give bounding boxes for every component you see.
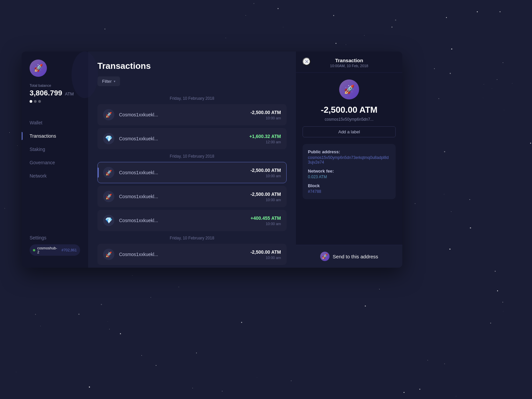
- page-title: Transactions: [97, 61, 287, 71]
- tx-time: 10:00 am: [250, 174, 281, 178]
- network-fee-row: Network fee: 0.023 ATM: [308, 169, 390, 179]
- network-badge[interactable]: cosmoshub-2 #702,861: [30, 244, 80, 256]
- tx-send-icon: 🚀: [103, 249, 114, 260]
- tx-time: 10:00 am: [250, 256, 281, 260]
- tx-address: Cosmos1xxkuekl...: [119, 136, 249, 141]
- tx-time: 10:00 am: [250, 116, 281, 120]
- tx-amount: -2,500.00 ATM: [250, 110, 281, 115]
- public-address-value: cosmos15v50ymp6n5dn73erkqtmq0u8adpl8d3uj…: [308, 155, 390, 165]
- tx-time: 10:00 am: [250, 198, 281, 202]
- table-row[interactable]: 🚀 Cosmos1xxkuekl... -2,500.00 ATM 10:00 …: [97, 244, 287, 265]
- detail-icon-circle: 🚀: [339, 79, 359, 99]
- tx-send-icon: 🚀: [103, 109, 114, 120]
- tx-address: Cosmos1xxkuekl...: [119, 218, 251, 223]
- logo-icon: 🚀: [34, 64, 43, 72]
- tx-send-icon: 🚀: [103, 191, 114, 202]
- add-label-button[interactable]: Add a label: [303, 126, 396, 137]
- tx-right: -2,500.00 ATM 10:00 am: [250, 192, 281, 202]
- detail-title: Transaction: [311, 58, 388, 63]
- sidebar-nav: Wallet Transactions Staking Governance N…: [22, 111, 88, 231]
- network-block: #702,861: [62, 248, 77, 252]
- network-fee-value: 0.023 ATM: [308, 175, 390, 179]
- tx-time: 10:00 am: [251, 222, 281, 226]
- tx-amount: +1,600.32 ATM: [249, 134, 281, 139]
- tx-receive-icon: 💎: [103, 215, 114, 226]
- main-header: Transactions Filter ▾: [88, 52, 296, 91]
- network-status-dot: [33, 249, 35, 251]
- tx-send-icon: 🚀: [103, 167, 114, 178]
- main-panel: Transactions Filter ▾ Friday, 10 Februar…: [88, 52, 296, 268]
- filter-label: Filter: [102, 79, 112, 84]
- tx-address: Cosmos1xxkuekl...: [119, 112, 250, 117]
- balance-currency: ATM: [65, 91, 73, 96]
- tx-receive-icon: 💎: [103, 133, 114, 144]
- logo-circle: 🚀: [30, 60, 47, 77]
- sidebar-item-staking[interactable]: Staking: [22, 143, 88, 156]
- dot-2: [34, 100, 37, 103]
- table-row[interactable]: 💎 Cosmos1xxkuekl... +1,600.32 ATM 12:00 …: [97, 128, 287, 149]
- network-name: cosmoshub-2: [37, 246, 59, 254]
- send-icon: 🚀: [320, 252, 330, 261]
- block-label: Block: [308, 183, 390, 188]
- tx-time: 12:00 am: [249, 140, 281, 144]
- date-separator-1: Friday, 10 February 2018: [97, 96, 287, 101]
- tx-right: -2,500.00 ATM 10:00 am: [250, 110, 281, 120]
- settings-label: Settings: [30, 235, 80, 240]
- block-row: Block #74788: [308, 183, 390, 194]
- balance-label: Total balance: [30, 83, 51, 87]
- detail-amount: -2,500.00 ATM: [303, 105, 396, 115]
- public-address-row: Public address: cosmos15v50ymp6n5dn73erk…: [308, 149, 390, 165]
- detail-card: Public address: cosmos15v50ymp6n5dn73erk…: [303, 144, 396, 199]
- public-address-label: Public address:: [308, 149, 390, 154]
- chevron-down-icon: ▾: [114, 79, 115, 83]
- detail-subtitle: 10:00AM, 10 Feb, 2018: [311, 64, 388, 68]
- balance-dots: [30, 100, 41, 103]
- table-row[interactable]: 🚀 Cosmos1xxkuekl... -2,500.00 ATM 10:00 …: [97, 104, 287, 125]
- send-to-address-button[interactable]: 🚀 Send to this address: [296, 245, 402, 268]
- sidebar: 🚀 Total balance 3,806.799 ATM Wallet Tra…: [22, 52, 88, 268]
- tx-right: -2,500.00 ATM 10:00 am: [250, 168, 281, 178]
- block-value: #74788: [308, 189, 390, 194]
- sidebar-footer: Settings cosmoshub-2 #702,861: [22, 231, 88, 260]
- detail-address-short: cosmos15v50ymp6n5dn7...: [303, 117, 396, 122]
- send-btn-label: Send to this address: [333, 254, 378, 259]
- detail-tx-icon: 🚀: [344, 84, 354, 95]
- detail-title-group: Transaction 10:00AM, 10 Feb, 2018: [311, 58, 388, 68]
- app-container: 🚀 Total balance 3,806.799 ATM Wallet Tra…: [22, 52, 402, 268]
- dot-3: [38, 100, 41, 103]
- table-row[interactable]: 🚀 Cosmos1xxkuekl... -2,500.00 ATM 10:00 …: [97, 186, 287, 207]
- sidebar-item-transactions[interactable]: Transactions: [22, 129, 88, 143]
- tx-amount: -2,500.00 ATM: [250, 249, 281, 255]
- date-separator-3: Friday, 10 February 2018: [97, 236, 287, 240]
- tx-right: -2,500.00 ATM 10:00 am: [250, 249, 281, 260]
- tx-amount: -2,500.00 ATM: [250, 168, 281, 173]
- dot-1: [30, 100, 32, 103]
- filter-button[interactable]: Filter ▾: [97, 76, 120, 86]
- tx-right: +1,600.32 ATM 12:00 am: [249, 134, 281, 144]
- close-button[interactable]: ✕: [303, 58, 311, 66]
- tx-address: Cosmos1xxkuekl...: [119, 194, 250, 199]
- balance-display: 3,806.799 ATM: [30, 89, 74, 97]
- date-separator-2: Friday, 10 February 2018: [97, 154, 287, 159]
- sidebar-item-network[interactable]: Network: [22, 169, 88, 183]
- table-row[interactable]: 💎 Cosmos1xxkuekl... +400.455 ATM 10:00 a…: [97, 210, 287, 231]
- detail-panel: ✕ Transaction 10:00AM, 10 Feb, 2018 🚀 -2…: [296, 52, 402, 268]
- tx-amount: +400.455 ATM: [251, 215, 281, 221]
- sidebar-arc: [71, 52, 98, 98]
- detail-header: ✕ Transaction 10:00AM, 10 Feb, 2018: [296, 52, 402, 73]
- transactions-list: Friday, 10 February 2018 🚀 Cosmos1xxkuek…: [88, 91, 296, 268]
- table-row[interactable]: 🚀 Cosmos1xxkuekl... -2,500.00 ATM 10:00 …: [97, 162, 287, 183]
- tx-right: +400.455 ATM 10:00 am: [251, 215, 281, 226]
- detail-body: 🚀 -2,500.00 ATM cosmos15v50ymp6n5dn7... …: [296, 73, 402, 245]
- network-fee-label: Network fee:: [308, 169, 390, 174]
- tx-address: Cosmos1xxkuekl...: [119, 252, 250, 257]
- balance-amount: 3,806.799: [30, 89, 62, 97]
- detail-icon-area: 🚀: [303, 79, 396, 99]
- tx-address: Cosmos1xxkuekl...: [119, 170, 250, 175]
- tx-amount: -2,500.00 ATM: [250, 192, 281, 197]
- sidebar-item-governance[interactable]: Governance: [22, 156, 88, 169]
- sidebar-item-wallet[interactable]: Wallet: [22, 116, 88, 129]
